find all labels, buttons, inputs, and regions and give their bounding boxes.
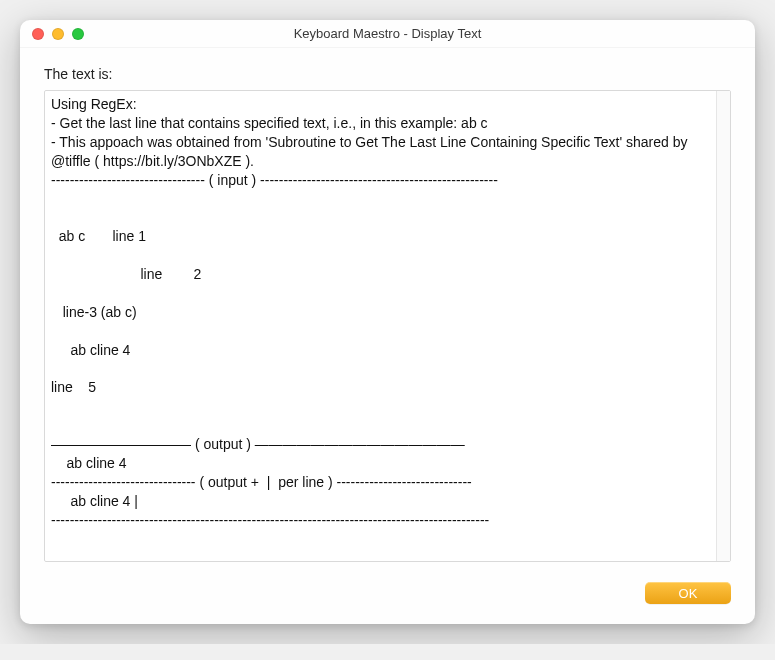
maximize-icon[interactable] — [72, 28, 84, 40]
ok-button[interactable]: OK — [645, 582, 731, 604]
window-title: Keyboard Maestro - Display Text — [20, 26, 755, 41]
scrollbar-track[interactable] — [716, 91, 730, 561]
text-display[interactable]: Using RegEx: - Get the last line that co… — [45, 91, 716, 561]
content-area: The text is: Using RegEx: - Get the last… — [20, 48, 755, 624]
text-display-container: Using RegEx: - Get the last line that co… — [44, 90, 731, 562]
traffic-lights — [32, 28, 84, 40]
dialog-window: Keyboard Maestro - Display Text The text… — [20, 20, 755, 624]
close-icon[interactable] — [32, 28, 44, 40]
button-row: OK — [44, 582, 731, 604]
minimize-icon[interactable] — [52, 28, 64, 40]
text-label: The text is: — [44, 66, 731, 82]
titlebar: Keyboard Maestro - Display Text — [20, 20, 755, 48]
